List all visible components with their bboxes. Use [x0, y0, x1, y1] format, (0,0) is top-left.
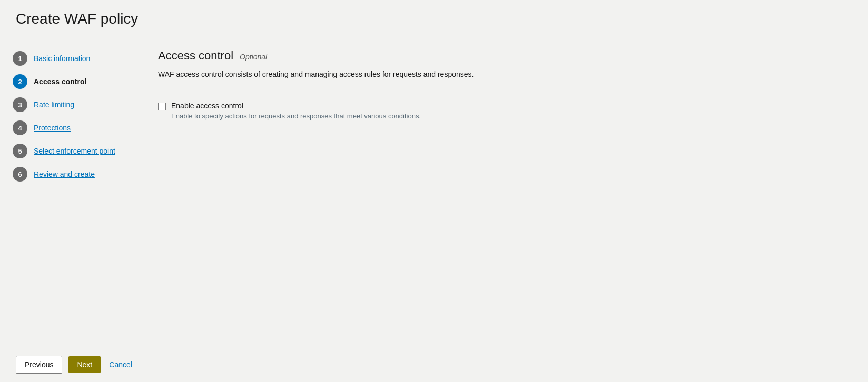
step-number-4: 4 — [13, 120, 27, 135]
checkbox-hint: Enable to specify actions for requests a… — [171, 112, 421, 120]
enable-access-control-checkbox[interactable] — [158, 103, 166, 110]
divider — [158, 91, 852, 91]
sidebar-item-label-access-control: Access control — [34, 77, 86, 86]
optional-badge: Optional — [240, 53, 267, 61]
step-number-2: 2 — [13, 74, 27, 89]
sidebar: 1 Basic information 2 Access control 3 R… — [0, 36, 142, 347]
sidebar-item-select-enforcement-point[interactable]: 5 Select enforcement point — [11, 139, 132, 163]
sidebar-item-review-and-create[interactable]: 6 Review and create — [11, 163, 132, 186]
page-title: Create WAF policy — [16, 11, 852, 27]
sidebar-item-label-review-and-create: Review and create — [34, 170, 95, 178]
section-description: WAF access control consists of creating … — [158, 69, 852, 80]
sidebar-item-label-protections: Protections — [34, 124, 71, 132]
main-content: Access control Optional WAF access contr… — [142, 36, 868, 347]
sidebar-item-protections[interactable]: 4 Protections — [11, 116, 132, 139]
section-title: Access control — [158, 49, 233, 63]
section-header: Access control Optional — [158, 49, 852, 63]
checkbox-label: Enable access control — [171, 102, 421, 110]
checkbox-label-group: Enable access control Enable to specify … — [171, 102, 421, 120]
sidebar-item-rate-limiting[interactable]: 3 Rate limiting — [11, 93, 132, 116]
step-number-5: 5 — [13, 144, 27, 158]
sidebar-item-access-control[interactable]: 2 Access control — [11, 70, 132, 93]
page-container: Create WAF policy 1 Basic information 2 … — [0, 0, 868, 382]
page-header: Create WAF policy — [0, 0, 868, 36]
previous-button[interactable]: Previous — [16, 356, 62, 374]
next-button[interactable]: Next — [68, 356, 101, 373]
cancel-button[interactable]: Cancel — [107, 356, 134, 373]
step-number-3: 3 — [13, 97, 27, 112]
sidebar-item-label-basic-information: Basic information — [34, 54, 90, 63]
footer: Previous Next Cancel — [0, 347, 868, 382]
step-number-6: 6 — [13, 167, 27, 182]
content-area: 1 Basic information 2 Access control 3 R… — [0, 36, 868, 347]
sidebar-item-label-rate-limiting: Rate limiting — [34, 100, 74, 109]
sidebar-item-label-select-enforcement-point: Select enforcement point — [34, 147, 115, 155]
enable-access-control-group: Enable access control Enable to specify … — [158, 102, 852, 120]
sidebar-item-basic-information[interactable]: 1 Basic information — [11, 47, 132, 70]
step-number-1: 1 — [13, 51, 27, 66]
